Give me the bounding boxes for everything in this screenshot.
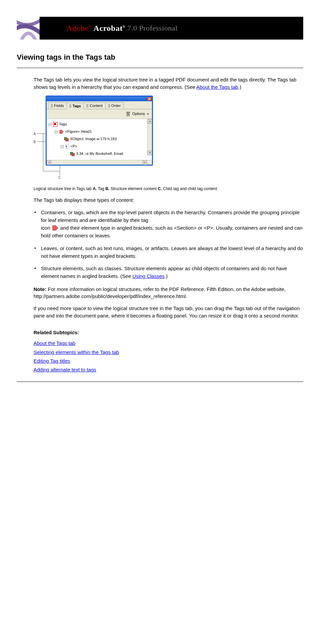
tree-root[interactable]: − Tags	[49, 121, 151, 128]
list-item-containers: Containers, or tags, which are the top-l…	[34, 209, 303, 240]
tab-grip-icon	[51, 104, 53, 108]
list-item-structure: Structure elements, such as classes. Str…	[34, 265, 303, 280]
options-menu[interactable]: Options ▼	[132, 111, 149, 117]
tree-leaf-content[interactable]: 3.34 –α My Bookshelf- Email	[49, 150, 151, 158]
content-types-list: Containers, or tags, which are the top-l…	[34, 209, 303, 280]
scroll-down-icon[interactable]: ▼	[148, 151, 152, 155]
tree-collapse-icon[interactable]: −	[49, 123, 52, 126]
svg-rect-6	[66, 138, 68, 141]
panel-tree: − Tags − <Figure> Head1	[47, 119, 152, 160]
title-rule	[17, 68, 303, 68]
svg-rect-0	[127, 113, 129, 116]
tags-panel: × Fields Tags Content Order Options ▼	[46, 96, 153, 166]
tab-grip-icon	[87, 104, 89, 108]
link-about-tags-tab-inline[interactable]: About the Tags tab	[196, 84, 238, 90]
svg-text:¶: ¶	[66, 145, 67, 149]
tip-paragraph: If you need more space to view the logic…	[34, 305, 303, 319]
tag-icon	[52, 224, 59, 231]
defs-intro: The Tags tab displays these types of con…	[34, 196, 303, 204]
content-object-icon	[64, 137, 69, 141]
tab-fields[interactable]: Fields	[48, 102, 67, 109]
horizontal-scrollbar[interactable]: ◄ ►	[47, 160, 152, 165]
tab-grip-icon	[69, 104, 71, 108]
trash-icon[interactable]	[126, 112, 130, 116]
related-subtopics-heading: Related Subtopics:	[34, 329, 303, 336]
tab-grip-icon	[108, 104, 110, 108]
paragraph-tag-icon: ¶	[65, 144, 69, 149]
svg-rect-10	[72, 153, 74, 156]
svg-point-4	[60, 131, 61, 131]
tree-p-tag[interactable]: − ¶ <P>	[49, 143, 151, 150]
tree-xobject[interactable]: XObject: Image w:179 h:183	[49, 135, 151, 143]
svg-point-11	[53, 226, 54, 227]
tree-collapse-icon[interactable]: −	[55, 130, 58, 133]
tab-tags[interactable]: Tags	[66, 103, 84, 110]
link-adding-alternate-text[interactable]: Adding alternate text to tags	[34, 367, 96, 372]
list-item-leaves: Leaves, or content, such as text runs, i…	[34, 244, 303, 260]
tags-panel-figure: A B C × Fields Tags Content Order	[34, 96, 303, 183]
scroll-up-icon[interactable]: ▲	[148, 119, 152, 124]
panel-tabstrip: Fields Tags Content Order	[47, 101, 152, 110]
panel-titlebar: ×	[47, 97, 152, 101]
tag-icon	[59, 129, 64, 134]
bottom-rule	[17, 382, 303, 382]
tags-root-icon	[53, 122, 58, 127]
page-title: Viewing tags in the Tags tab	[17, 53, 303, 62]
product-title: Adobe® Acrobat® 7.0 Professional	[40, 17, 303, 40]
callout-a-label: A	[34, 132, 36, 137]
intro-paragraph: The Tags tab lets you view the logical s…	[34, 76, 303, 91]
callout-c-hline1	[43, 171, 60, 171]
chevron-down-icon: ▼	[147, 113, 149, 116]
vertical-scrollbar[interactable]: ▲ ▼	[147, 119, 152, 155]
svg-rect-1	[126, 112, 130, 113]
product-banner: Adobe® Acrobat® 7.0 Professional	[17, 17, 303, 40]
link-about-tags-tab[interactable]: About the Tags tab	[34, 340, 75, 346]
link-editing-tag-titles[interactable]: Editing Tag titles	[34, 358, 70, 364]
scroll-right-icon[interactable]: ►	[143, 160, 147, 165]
link-using-classes[interactable]: Using Classes	[132, 273, 165, 279]
link-selecting-elements[interactable]: Selecting elements within the Tags tab	[34, 349, 119, 355]
tab-content[interactable]: Content	[84, 102, 106, 109]
tree-figure-tag[interactable]: − <Figure> Head1	[49, 128, 151, 135]
callout-ab-vline	[43, 133, 43, 171]
tab-order[interactable]: Order	[105, 102, 124, 109]
related-subtopics-list: About the Tags tab Selecting elements wi…	[34, 339, 303, 373]
scroll-left-icon[interactable]: ◄	[47, 160, 51, 165]
note-paragraph: Note: For more information on logical st…	[34, 286, 303, 300]
close-icon[interactable]: ×	[147, 97, 151, 101]
figure-caption: Logical structure tree in Tags tab A. Ta…	[34, 186, 303, 192]
callout-b-label: B	[34, 140, 36, 145]
callout-c-label: C	[58, 175, 61, 180]
panel-toolbar: Options ▼	[47, 109, 152, 119]
tree-collapse-icon[interactable]: −	[61, 145, 64, 148]
content-object-icon	[70, 152, 75, 156]
product-logo	[17, 17, 40, 40]
